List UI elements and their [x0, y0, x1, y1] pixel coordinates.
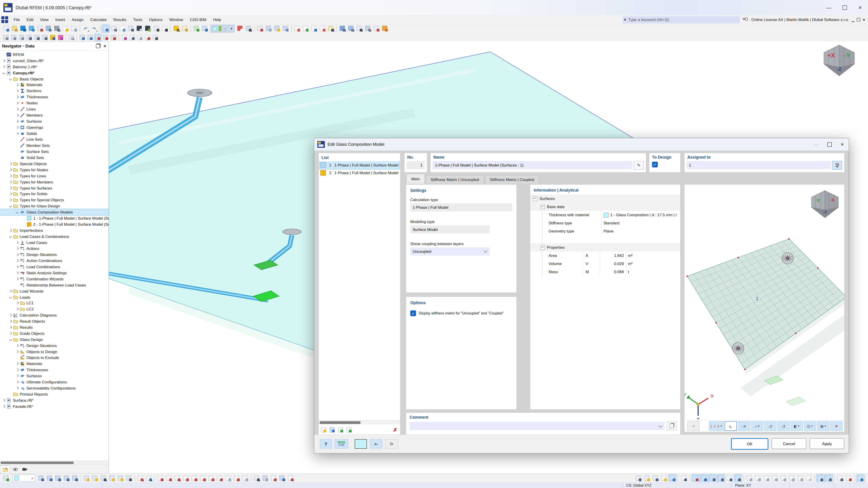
menu-edit[interactable]: Edit: [23, 15, 37, 24]
expand-icon[interactable]: [15, 351, 20, 353]
toggle-check-button[interactable]: [346, 426, 353, 433]
node-tool-icon[interactable]: ▼: [136, 474, 145, 482]
tables-icon[interactable]: [110, 25, 118, 33]
cancel-button[interactable]: Cancel: [772, 438, 806, 449]
annotate-icon[interactable]: [181, 25, 189, 33]
tree-item-serviceability-configurations[interactable]: Serviceability Configurations: [0, 385, 108, 391]
search-icon[interactable]: [743, 17, 749, 22]
expand-icon[interactable]: [8, 320, 13, 322]
collapse-icon[interactable]: [8, 78, 13, 80]
view-z-button[interactable]: ↓Z: [764, 421, 776, 431]
expand-icon[interactable]: [15, 308, 20, 310]
view-isometric-button[interactable]: ↕Z: [778, 421, 790, 431]
expand-icon[interactable]: [8, 169, 13, 171]
surface-red-icon[interactable]: [102, 34, 110, 41]
menu-window[interactable]: Window: [166, 15, 186, 24]
bg-grid-icon[interactable]: [816, 474, 825, 482]
expand-icon[interactable]: [8, 229, 13, 231]
expand-icon[interactable]: [15, 114, 20, 116]
tree-item-design-situations[interactable]: Design Situations: [0, 252, 108, 258]
restore-button[interactable]: [837, 0, 852, 15]
view-minus-x-icon[interactable]: [319, 25, 327, 33]
tree-item-ultimate-configurations[interactable]: Ultimate Configurations: [0, 379, 108, 385]
select-objects-button[interactable]: [832, 161, 842, 170]
float-panel-icon[interactable]: [96, 44, 100, 48]
fe-grid-icon[interactable]: [79, 34, 86, 41]
tree-item-load-combinations[interactable]: Load Combinations: [0, 264, 108, 270]
surface-preview-3d[interactable]: 1YXZ-y-x-z: [685, 185, 844, 420]
beam-icon[interactable]: [261, 474, 269, 482]
expand-icon[interactable]: [15, 260, 20, 262]
menu-assign[interactable]: Assign: [68, 15, 87, 24]
expand-icon[interactable]: [8, 314, 13, 316]
building-story-icon[interactable]: ▼: [364, 25, 372, 33]
view-x-button[interactable]: ↓X: [738, 421, 750, 431]
tree-item-solid-sets[interactable]: Solid Sets: [0, 155, 108, 161]
composition-list-item-2[interactable]: 21-Phase | Full Model | Surface Model (S: [319, 169, 399, 177]
tree-item-surface-rf6[interactable]: Surface.rf6*: [0, 397, 108, 403]
collapse-icon[interactable]: [8, 205, 13, 207]
wp-3-icon[interactable]: [54, 474, 62, 482]
expand-icon[interactable]: [15, 272, 20, 274]
new-table-icon[interactable]: [62, 25, 70, 33]
microscope-icon[interactable]: ▼: [327, 25, 335, 33]
print-graphic-button[interactable]: ▤▼: [817, 421, 829, 431]
tree-item-result-objects[interactable]: Result Objects: [0, 318, 108, 324]
tree-item-line-sets[interactable]: Line Sets: [0, 136, 108, 142]
tree-item-static-analysis-settings[interactable]: Static Analysis Settings: [0, 270, 108, 276]
polyline-icon[interactable]: [182, 474, 190, 482]
line-par-icon[interactable]: [157, 474, 164, 482]
support-1-icon[interactable]: [2, 34, 10, 41]
line-num-icon[interactable]: ▼: [145, 474, 153, 482]
beam4-icon[interactable]: [287, 474, 295, 482]
web-service-icon[interactable]: [28, 25, 36, 33]
sphere-icon[interactable]: [57, 34, 64, 41]
view-minus-y-button[interactable]: ↓-Y: [751, 421, 763, 431]
keyword-search-input[interactable]: Type a keyword (Alt+Q): [622, 16, 740, 23]
plane-icon[interactable]: [2, 474, 10, 482]
wp-4-icon[interactable]: [63, 474, 70, 482]
collapse-box-icon[interactable]: [540, 204, 545, 209]
navigator-hscrollbar[interactable]: [0, 461, 108, 465]
menu-options[interactable]: Options: [146, 15, 166, 24]
support-2-icon[interactable]: [10, 34, 18, 41]
tree-item-lines[interactable]: Lines: [0, 106, 108, 112]
tree-item-objects-to-design[interactable]: Objects to Design: [0, 349, 108, 355]
check-all-button[interactable]: [337, 426, 344, 433]
console-icon[interactable]: [135, 25, 144, 33]
tree-item-lc1[interactable]: LC1: [0, 300, 108, 306]
tree-item-load-wizards[interactable]: Load Wizards: [0, 288, 108, 294]
lattice-icon[interactable]: [224, 474, 232, 482]
arc-icon[interactable]: [191, 474, 198, 482]
expand-icon[interactable]: [15, 381, 20, 383]
table-sc-icon[interactable]: [153, 25, 160, 33]
data-navigator-icon[interactable]: [102, 25, 110, 33]
expand-icon[interactable]: [15, 241, 20, 243]
tree-item-members[interactable]: Members: [0, 112, 108, 118]
ok-button[interactable]: OK: [731, 438, 768, 450]
open-icon[interactable]: [11, 25, 19, 33]
expand-icon[interactable]: [8, 199, 13, 201]
snap-corner2-icon[interactable]: [734, 474, 742, 482]
support-3-icon[interactable]: [18, 34, 25, 41]
layers-icon[interactable]: [837, 474, 844, 482]
tree-item-balcony-1-rf6[interactable]: Balcony 1.rf6*: [0, 64, 108, 70]
release-icon[interactable]: [34, 34, 41, 41]
surface-red2-icon[interactable]: [110, 34, 117, 41]
calculation-settings-icon[interactable]: ▼: [245, 25, 253, 33]
tree-item-actions[interactable]: Actions: [0, 246, 108, 252]
solid-copy-icon[interactable]: [282, 25, 289, 33]
expand-icon[interactable]: [15, 132, 20, 134]
dim-x-icon[interactable]: [108, 474, 116, 482]
help-button[interactable]: ?: [320, 439, 332, 449]
bg-frame-icon[interactable]: [825, 474, 833, 482]
tree-item-combination-wizards[interactable]: Combination Wizards: [0, 276, 108, 282]
zoom-cancel-icon[interactable]: [256, 25, 264, 33]
expand-icon[interactable]: [15, 120, 20, 122]
tree-item-basic-objects[interactable]: Basic Objects: [0, 76, 108, 82]
view-z-icon[interactable]: [310, 25, 318, 33]
tree-item-types-for-lines[interactable]: Types for Lines: [0, 173, 108, 179]
dots-icon[interactable]: [805, 474, 813, 482]
tree-item-types-for-members[interactable]: Types for Members: [0, 179, 108, 185]
ortho-icon[interactable]: [709, 474, 717, 482]
